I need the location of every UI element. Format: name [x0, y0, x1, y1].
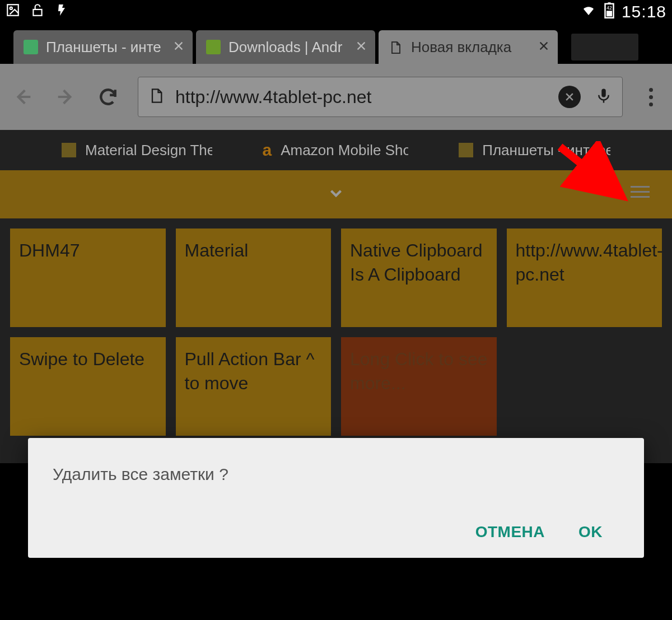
card-text: Swipe to Delete — [19, 349, 144, 369]
browser-tab-0[interactable]: Планшеты - инте — [13, 30, 193, 64]
bookmark-item[interactable]: Material Design The… — [62, 142, 212, 159]
ok-button[interactable]: OK — [578, 523, 603, 541]
bookmark-label: Планшеты - интере… — [482, 142, 610, 159]
card-text: Long Click to see more... — [350, 349, 487, 393]
tab-label: Downloads | Andr — [228, 39, 349, 56]
battery-icon: 42 — [604, 2, 615, 22]
browser-menu-button[interactable] — [640, 88, 662, 106]
clipboard-card[interactable]: http://www.4tablet-pc.net — [507, 229, 662, 327]
clipboard-card[interactable]: Material — [176, 229, 332, 327]
bookmark-label: Amazon Mobile Sho… — [281, 142, 408, 159]
browser-tab-2[interactable]: Новая вкладка — [379, 30, 558, 64]
bookmark-favicon-icon — [62, 143, 76, 157]
bookmark-label: Material Design The… — [85, 142, 212, 159]
bookmark-item[interactable]: a Amazon Mobile Sho… — [263, 141, 409, 160]
favicon-icon — [206, 40, 221, 54]
close-icon[interactable] — [355, 39, 367, 56]
bookmark-item[interactable]: Планшеты - интере… — [459, 142, 610, 159]
browser-tab-strip: Планшеты - инте Downloads | Andr Новая в… — [0, 24, 672, 64]
svg-point-1 — [10, 7, 12, 9]
address-bar[interactable]: http://www.4tablet-pc.net — [138, 77, 623, 117]
forward-button[interactable] — [53, 84, 78, 110]
svg-rect-7 — [601, 89, 606, 97]
confirm-dialog: Удалить все заметки ? ОТМЕНА OK — [28, 438, 644, 558]
mic-icon[interactable] — [595, 85, 612, 109]
new-tab-button[interactable] — [571, 34, 638, 60]
flash-icon — [55, 3, 68, 21]
clipboard-card[interactable]: DHM47 — [10, 229, 166, 327]
tab-label: Новая вкладка — [411, 39, 532, 56]
chevron-down-icon[interactable] — [326, 184, 346, 205]
clipboard-app-header — [0, 170, 672, 218]
svg-text:42: 42 — [606, 4, 612, 10]
hamburger-menu-icon[interactable] — [631, 186, 650, 201]
card-text: DHM47 — [19, 240, 80, 260]
card-text: Pull Action Bar ^ to move — [185, 349, 315, 393]
bookmark-favicon-icon: a — [263, 141, 272, 160]
browser-toolbar: http://www.4tablet-pc.net — [0, 64, 672, 130]
clear-icon[interactable] — [558, 86, 581, 108]
clock-text: 15:18 — [622, 2, 666, 21]
close-icon[interactable] — [538, 39, 550, 56]
cancel-button[interactable]: ОТМЕНА — [475, 523, 545, 541]
reload-button[interactable] — [95, 84, 121, 110]
svg-rect-4 — [608, 2, 610, 4]
svg-rect-2 — [33, 9, 41, 15]
clipboard-card[interactable]: Long Click to see more... — [341, 337, 497, 436]
lock-open-icon — [30, 3, 45, 21]
url-text: http://www.4tablet-pc.net — [175, 87, 547, 108]
bookmarks-bar: Material Design The… a Amazon Mobile Sho… — [0, 130, 672, 170]
bookmark-favicon-icon — [459, 143, 473, 157]
favicon-icon — [389, 40, 403, 54]
dialog-title: Удалить все заметки ? — [53, 465, 619, 484]
svg-rect-5 — [606, 11, 612, 16]
card-text: Native Clipboard Is A Clipboard — [350, 240, 483, 285]
svg-rect-0 — [7, 4, 18, 16]
close-icon[interactable] — [172, 39, 185, 56]
image-icon — [6, 3, 20, 21]
clipboard-card[interactable]: Swipe to Delete — [10, 337, 166, 436]
favicon-icon — [24, 40, 38, 54]
page-icon — [148, 86, 164, 108]
card-text: Material — [185, 240, 249, 260]
clipboard-card[interactable]: Native Clipboard Is A Clipboard — [341, 229, 497, 327]
back-button[interactable] — [10, 84, 36, 110]
card-text: http://www.4tablet-pc.net — [516, 240, 662, 285]
tab-label: Планшеты - инте — [46, 39, 167, 56]
wifi-icon — [580, 3, 597, 21]
clipboard-card[interactable]: Pull Action Bar ^ to move — [176, 337, 332, 436]
browser-tab-1[interactable]: Downloads | Andr — [196, 30, 375, 64]
status-bar: 42 15:18 — [0, 0, 672, 24]
